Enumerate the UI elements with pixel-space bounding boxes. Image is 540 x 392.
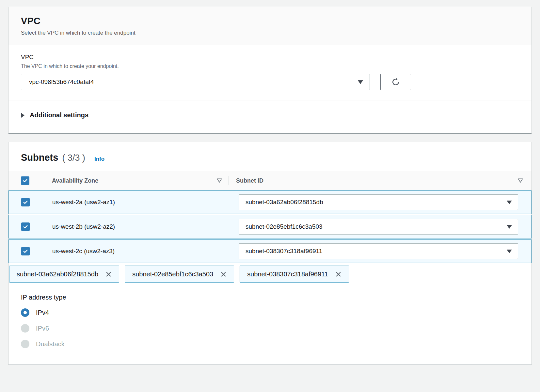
info-link[interactable]: Info bbox=[94, 156, 104, 162]
subnets-count: ( 3/3 ) bbox=[62, 153, 85, 163]
availability-zone-value: us-west-2b (usw2-az2) bbox=[42, 223, 229, 230]
caret-down-icon bbox=[507, 250, 512, 253]
table-row: us-west-2b (usw2-az2) subnet-02e85ebf1c6… bbox=[8, 215, 532, 238]
subnet-id-header-cell: Subnet ID bbox=[229, 177, 532, 184]
availability-zone-value: us-west-2c (usw2-az3) bbox=[42, 248, 229, 255]
select-all-checkbox[interactable] bbox=[21, 176, 29, 185]
caret-down-icon bbox=[507, 225, 512, 229]
filter-icon[interactable] bbox=[518, 178, 523, 183]
subnet-select-cell: subnet-02e85ebf1c6c3a503 bbox=[239, 219, 518, 235]
subnet-select-cell: subnet-03a62ab06f28815db bbox=[239, 194, 518, 210]
radio-ipv6 bbox=[21, 324, 29, 333]
radio-ipv4[interactable] bbox=[21, 308, 29, 317]
row-checkbox[interactable] bbox=[21, 222, 30, 231]
vpc-field-label: VPC bbox=[21, 54, 519, 61]
radio-option-ipv4: IPv4 bbox=[21, 308, 519, 317]
subnets-table-header: Availability Zone Subnet ID bbox=[8, 171, 532, 190]
vpc-field-help: The VPC in which to create your endpoint… bbox=[21, 63, 519, 69]
token-close-icon[interactable] bbox=[105, 271, 112, 277]
ip-address-type-label: IP address type bbox=[21, 294, 519, 301]
subnet-select[interactable]: subnet-03a62ab06f28815db bbox=[239, 194, 518, 210]
radio-ipv6-label: IPv6 bbox=[36, 325, 49, 332]
subnet-token-label: subnet-02e85ebf1c6c3a503 bbox=[132, 270, 213, 278]
page: VPC Select the VPC in which to create th… bbox=[0, 0, 540, 365]
subnet-select-value: subnet-03a62ab06f28815db bbox=[246, 199, 323, 206]
filter-icon[interactable] bbox=[217, 178, 222, 183]
refresh-icon bbox=[391, 77, 400, 87]
radio-dualstack-label: Dualstack bbox=[36, 340, 65, 348]
vpc-card-body: VPC The VPC in which to create your endp… bbox=[8, 45, 532, 101]
vpc-select-value: vpc-098f53b674c0afaf4 bbox=[29, 78, 94, 86]
row-checkbox-cell bbox=[9, 198, 42, 206]
expand-caret-icon bbox=[21, 113, 24, 118]
subnet-token-label: subnet-038307c318af96911 bbox=[247, 270, 328, 278]
select-all-cell bbox=[8, 176, 42, 185]
subnet-select-cell: subnet-038307c318af96911 bbox=[239, 243, 518, 259]
vpc-control-row: vpc-098f53b674c0afaf4 bbox=[21, 74, 519, 90]
subnet-id-header-label: Subnet ID bbox=[236, 177, 263, 184]
table-row: us-west-2c (usw2-az3) subnet-038307c318a… bbox=[8, 239, 532, 263]
token-close-icon[interactable] bbox=[335, 271, 341, 277]
subnets-card: Subnets ( 3/3 ) Info Availability Zone bbox=[8, 142, 532, 365]
ip-address-type-section: IP address type IPv4 IPv6 Dualstack bbox=[8, 283, 532, 365]
row-checkbox[interactable] bbox=[21, 198, 30, 206]
subnet-select-value: subnet-02e85ebf1c6c3a503 bbox=[246, 223, 323, 230]
row-checkbox-cell bbox=[9, 247, 42, 255]
availability-zone-value: us-west-2a (usw2-az1) bbox=[42, 199, 229, 206]
vpc-select[interactable]: vpc-098f53b674c0afaf4 bbox=[21, 74, 370, 90]
radio-ipv4-label: IPv4 bbox=[36, 309, 49, 317]
radio-option-ipv6: IPv6 bbox=[21, 324, 519, 333]
subnets-card-title: Subnets bbox=[21, 152, 58, 163]
subnet-token: subnet-02e85ebf1c6c3a503 bbox=[125, 266, 234, 283]
radio-option-dualstack: Dualstack bbox=[21, 340, 519, 348]
availability-zone-header-cell: Availability Zone bbox=[42, 177, 229, 184]
table-row: us-west-2a (usw2-az1) subnet-03a62ab06f2… bbox=[8, 190, 532, 214]
subnet-select[interactable]: subnet-02e85ebf1c6c3a503 bbox=[239, 219, 518, 235]
caret-down-icon bbox=[507, 201, 512, 204]
subnet-token: subnet-03a62ab06f28815db bbox=[9, 266, 119, 283]
refresh-button[interactable] bbox=[380, 74, 411, 90]
subnet-token: subnet-038307c318af96911 bbox=[240, 266, 349, 283]
vpc-card-header: VPC Select the VPC in which to create th… bbox=[8, 7, 532, 45]
subnet-select[interactable]: subnet-038307c318af96911 bbox=[239, 243, 518, 259]
additional-settings-label: Additional settings bbox=[30, 111, 88, 119]
additional-settings-expander[interactable]: Additional settings bbox=[8, 101, 532, 133]
radio-dualstack bbox=[21, 340, 29, 348]
availability-zone-header-label: Availability Zone bbox=[52, 177, 98, 184]
vpc-card-title: VPC bbox=[21, 16, 519, 26]
row-checkbox-cell bbox=[9, 222, 42, 231]
subnets-card-header: Subnets ( 3/3 ) Info bbox=[8, 142, 532, 171]
vpc-card-description: Select the VPC in which to create the en… bbox=[21, 30, 519, 36]
caret-down-icon bbox=[358, 80, 363, 84]
subnet-select-value: subnet-038307c318af96911 bbox=[246, 248, 322, 255]
token-close-icon[interactable] bbox=[220, 271, 227, 277]
row-checkbox[interactable] bbox=[21, 247, 30, 255]
selected-subnet-tokens: subnet-03a62ab06f28815db subnet-02e85ebf… bbox=[8, 266, 532, 283]
vpc-card: VPC Select the VPC in which to create th… bbox=[8, 7, 532, 133]
subnet-token-label: subnet-03a62ab06f28815db bbox=[17, 270, 98, 278]
